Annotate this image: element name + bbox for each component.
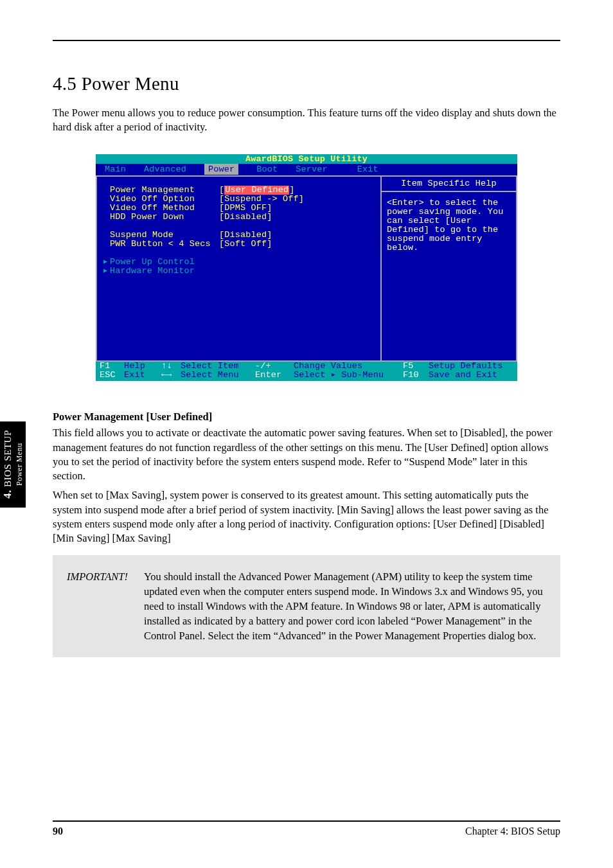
note-label: IMPORTANT!	[67, 569, 144, 643]
item-pwr-button[interactable]: PWR Button < 4 Secs[Soft Off]	[101, 240, 375, 249]
bios-footer: F1Help↑↓Select Item-/+Change ValuesF5Set…	[96, 362, 517, 381]
item-hdd-power-down[interactable]: HDD Power Down[Disabled]	[101, 213, 375, 222]
menu-server[interactable]: Server	[287, 165, 337, 174]
menu-power[interactable]: Power	[195, 165, 247, 174]
section-heading: 4.5 Power Menu	[53, 73, 560, 94]
page-number: 90	[53, 826, 63, 837]
item-video-off-option[interactable]: Video Off Option[Suspend -> Off]	[101, 195, 375, 204]
bios-screenshot: AwardBIOS Setup Utility Main Advanced Po…	[96, 154, 517, 382]
side-tab: 4. BIOS SETUPPower Menu	[0, 421, 26, 508]
item-video-off-method[interactable]: Video Off Method[DPMS OFF]	[101, 204, 375, 213]
bios-title: AwardBIOS Setup Utility	[96, 154, 517, 164]
bios-help-pane: Item Specific Help <Enter> to select the…	[381, 175, 517, 362]
page-footer: 90 Chapter 4: BIOS Setup	[53, 820, 560, 837]
help-body: <Enter> to select the power saving mode.…	[382, 192, 516, 361]
important-note-box: IMPORTANT! You should install the Advanc…	[53, 555, 560, 657]
chapter-footer: Chapter 4: BIOS Setup	[465, 826, 560, 837]
menu-main[interactable]: Main	[96, 165, 135, 174]
bios-main-pane: Power Management [User Defined] Video Of…	[96, 175, 381, 362]
intro-paragraph: The Power menu allows you to reduce powe…	[53, 106, 560, 135]
arrows-updown-icon: ↑↓	[161, 362, 181, 371]
submenu-hardware-monitor[interactable]: ▶Hardware Monitor	[101, 267, 375, 276]
triangle-right-icon: ▶	[101, 259, 110, 265]
option-paragraph-2: When set to [Max Saving], system power i…	[53, 488, 560, 545]
header-rule	[53, 40, 560, 41]
bios-menu-bar: Main Advanced Power Boot Server Exit	[96, 164, 517, 175]
item-suspend-mode[interactable]: Suspend Mode[Disabled]	[101, 231, 375, 240]
item-power-management[interactable]: Power Management [User Defined]	[101, 186, 375, 195]
triangle-right-icon: ▶	[101, 268, 110, 274]
arrows-leftright-icon: ←→	[161, 371, 181, 380]
help-title: Item Specific Help	[382, 177, 516, 192]
menu-advanced[interactable]: Advanced	[135, 165, 195, 174]
value-power-management: User Defined	[224, 186, 289, 195]
submenu-power-up-control[interactable]: ▶Power Up Control	[101, 258, 375, 267]
menu-boot[interactable]: Boot	[247, 165, 287, 174]
option-heading: Power Management [User Defined]	[53, 411, 560, 423]
menu-exit[interactable]: Exit	[348, 165, 387, 174]
note-text: You should install the Advanced Power Ma…	[144, 569, 546, 643]
option-paragraph-1: This field allows you to activate or dea…	[53, 426, 560, 483]
